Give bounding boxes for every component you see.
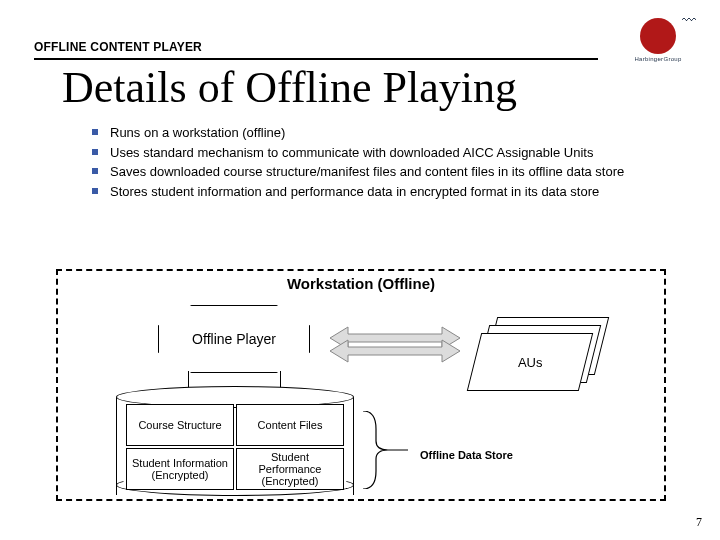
svg-marker-0 xyxy=(330,327,460,349)
offline-player-label: Offline Player xyxy=(192,331,276,347)
bullet-item: Saves downloaded course structure/manife… xyxy=(92,163,680,181)
logo: 〰 HarbingerGroup xyxy=(630,18,686,62)
page-title: Details of Offline Playing xyxy=(62,62,517,113)
diagram-title: Workstation (Offline) xyxy=(58,275,664,292)
header-underline xyxy=(34,58,598,60)
svg-marker-1 xyxy=(330,340,460,362)
cell-student-info: Student Information (Encrypted) xyxy=(126,448,234,490)
offline-data-store-label: Offline Data Store xyxy=(420,449,513,462)
aus-label: AUs xyxy=(518,355,543,370)
data-store-cylinder: Course Structure Content Files Student I… xyxy=(116,386,354,496)
slide-header: OFFLINE CONTENT PLAYER xyxy=(34,40,686,54)
bullet-list: Runs on a workstation (offline) Uses sta… xyxy=(92,124,680,202)
bullet-item: Runs on a workstation (offline) xyxy=(92,124,680,142)
cell-content-files: Content Files xyxy=(236,404,344,446)
logo-text: HarbingerGroup xyxy=(630,56,686,62)
logo-circle-icon xyxy=(640,18,676,54)
page-number: 7 xyxy=(696,515,702,530)
brace-icon xyxy=(358,411,408,489)
slide: OFFLINE CONTENT PLAYER 〰 HarbingerGroup … xyxy=(0,0,720,540)
diagram-workstation: Workstation (Offline) Offline Player AUs xyxy=(56,269,666,501)
aus-stack: AUs xyxy=(474,317,602,391)
bird-icon: 〰 xyxy=(682,12,696,28)
bullet-item: Stores student information and performan… xyxy=(92,183,680,201)
header-text: OFFLINE CONTENT PLAYER xyxy=(34,40,202,54)
cylinder-grid: Course Structure Content Files Student I… xyxy=(116,402,354,494)
cell-course-structure: Course Structure xyxy=(126,404,234,446)
bullet-item: Uses standard mechanism to communicate w… xyxy=(92,144,680,162)
double-arrow-icon xyxy=(330,321,460,365)
octagon-shape: Offline Player xyxy=(158,305,310,373)
offline-player-node: Offline Player xyxy=(158,305,310,373)
cell-student-perf: Student Performance (Encrypted) xyxy=(236,448,344,490)
aus-card-front: AUs xyxy=(467,333,593,391)
